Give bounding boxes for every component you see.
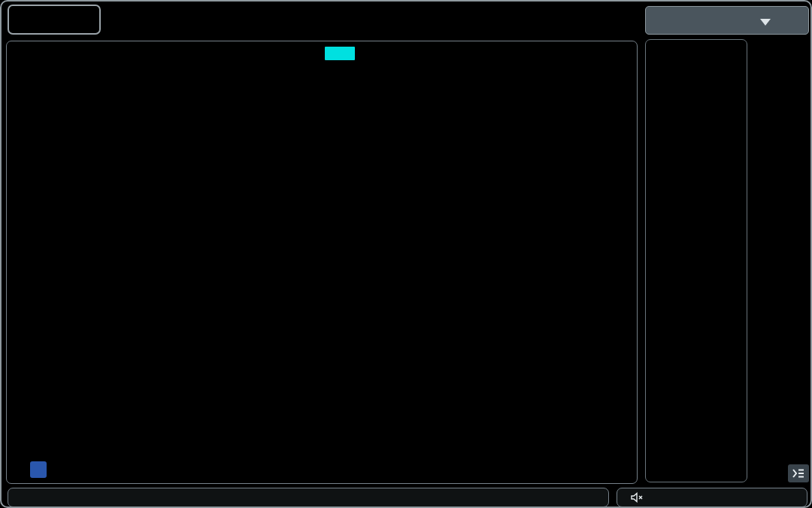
vna-screen bbox=[0, 0, 812, 508]
status-bar-right bbox=[617, 488, 807, 507]
hide-menu-button[interactable] bbox=[788, 464, 809, 482]
mute-icon bbox=[631, 492, 644, 503]
trace3-legend[interactable] bbox=[18, 60, 38, 96]
chevron-down-icon bbox=[760, 19, 771, 26]
status-bar bbox=[8, 488, 609, 507]
trace2-active-badge[interactable] bbox=[325, 47, 355, 60]
collapse-menu-icon bbox=[792, 468, 805, 479]
submenu-panel bbox=[645, 39, 747, 482]
menu-header[interactable] bbox=[645, 6, 809, 35]
plot-area[interactable] bbox=[54, 73, 636, 457]
channel-number-badge[interactable] bbox=[30, 461, 47, 478]
rigol-logo bbox=[8, 5, 101, 35]
